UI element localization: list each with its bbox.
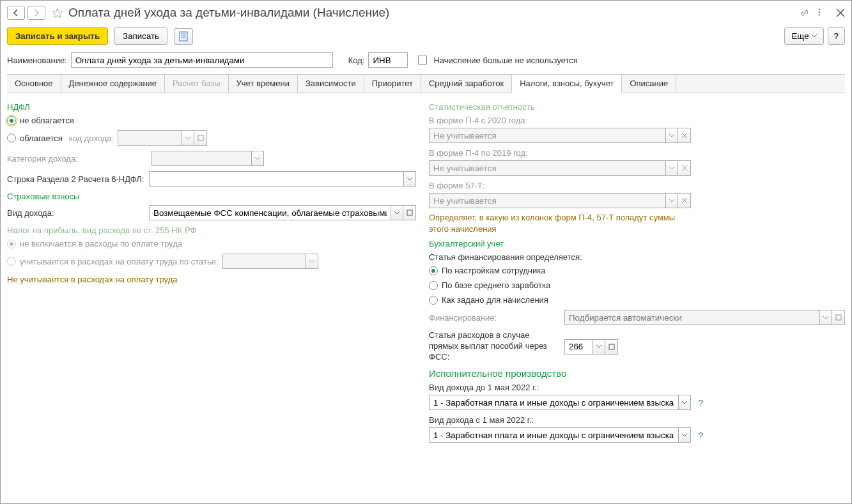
chevron-down-icon: [665, 128, 678, 143]
clear-icon: [678, 193, 691, 208]
category-input: [151, 151, 251, 166]
p4-2019-input: [429, 160, 665, 176]
chevron-down-icon: [665, 193, 678, 208]
code-input[interactable]: [368, 52, 408, 68]
income-after-input[interactable]: [429, 427, 678, 443]
radio-taxed[interactable]: [7, 134, 16, 142]
radio-by-base[interactable]: [429, 281, 438, 290]
svg-rect-8: [407, 210, 412, 215]
code-label: Код:: [348, 56, 365, 65]
name-label: Наименование:: [7, 56, 67, 65]
more-button[interactable]: Еще: [784, 27, 823, 45]
help-link[interactable]: ?: [699, 398, 703, 408]
radio-by-employee[interactable]: [429, 266, 438, 275]
p4-2020-input: [429, 128, 665, 143]
nav-forward-button[interactable]: [27, 6, 45, 20]
favorite-icon[interactable]: [52, 7, 63, 19]
tab-priority[interactable]: Приоритет: [364, 75, 421, 93]
open-icon[interactable]: [605, 339, 618, 355]
chevron-down-icon[interactable]: [678, 427, 691, 443]
svg-rect-10: [609, 344, 614, 349]
radio-not-taxed[interactable]: [7, 116, 16, 125]
clear-icon: [678, 128, 691, 143]
tab-money[interactable]: Денежное содержание: [61, 75, 165, 93]
chevron-down-icon: [665, 160, 678, 176]
save-close-button[interactable]: Записать и закрыть: [7, 27, 108, 45]
open-icon[interactable]: [403, 205, 416, 220]
chevron-down-icon: [182, 130, 194, 146]
save-button[interactable]: Записать: [114, 27, 167, 45]
name-input[interactable]: [71, 52, 333, 68]
svg-point-0: [819, 9, 820, 10]
chevron-down-icon[interactable]: [593, 339, 605, 355]
clear-icon: [678, 160, 691, 176]
tabs: Основное Денежное содержание Расчет базы…: [7, 74, 845, 93]
page-title: Оплата дней ухода за детьми-инвалидами (…: [68, 6, 389, 20]
income-before-input[interactable]: [429, 395, 678, 410]
unused-label: Начисление больше не используется: [433, 56, 577, 65]
tab-time[interactable]: Учет времени: [229, 75, 298, 93]
chevron-down-icon: [306, 254, 318, 269]
fin-input: [564, 310, 819, 325]
nav-back-button[interactable]: [7, 6, 25, 20]
link-icon[interactable]: [800, 8, 809, 17]
report-button[interactable]: [174, 28, 193, 45]
ndfl-title: НДФЛ: [7, 102, 416, 112]
help-button[interactable]: ?: [828, 27, 845, 45]
open-icon: [832, 310, 845, 325]
f57t-input: [429, 193, 665, 208]
radio-as-set[interactable]: [429, 296, 438, 305]
income-code-input: [118, 130, 182, 146]
chevron-down-icon: [251, 151, 264, 166]
chevron-down-icon[interactable]: [678, 395, 691, 410]
tab-avg[interactable]: Средний заработок: [421, 75, 512, 93]
profit-title: Налог на прибыль, вид расхода по ст. 255…: [7, 225, 416, 235]
tab-base: Расчет базы: [165, 75, 229, 93]
chevron-down-icon[interactable]: [403, 171, 416, 187]
open-icon: [194, 130, 207, 146]
tab-desc[interactable]: Описание: [622, 75, 676, 93]
menu-icon[interactable]: [818, 8, 827, 17]
help-link[interactable]: ?: [699, 431, 703, 440]
unused-checkbox[interactable]: [418, 56, 427, 65]
tab-main[interactable]: Основное: [7, 75, 61, 93]
radio-not-included: [7, 240, 16, 248]
close-icon[interactable]: [836, 8, 845, 17]
svg-rect-9: [836, 315, 841, 320]
enf-title: Исполнительное производство: [429, 368, 845, 379]
profit-note: Не учитывается в расходах на оплату труд…: [7, 274, 416, 286]
stat-note: Определяет, в какую из колонок форм П-4,…: [429, 212, 685, 235]
tab-deps[interactable]: Зависимости: [298, 75, 364, 93]
row6-input[interactable]: [149, 171, 403, 187]
acc-title: Бухгалтерский учет: [429, 239, 845, 248]
tab-taxes[interactable]: Налоги, взносы, бухучет: [512, 75, 622, 93]
svg-rect-7: [198, 135, 203, 141]
insurance-title: Страховые взносы: [7, 192, 416, 201]
svg-point-2: [819, 14, 820, 15]
chevron-down-icon[interactable]: [391, 205, 403, 220]
radio-included: [7, 257, 16, 266]
svg-rect-3: [180, 32, 187, 41]
chevron-down-icon: [819, 310, 832, 325]
stat-title: Статистическая отчетность: [429, 102, 845, 112]
svg-point-1: [819, 11, 820, 13]
expense-input[interactable]: [564, 339, 593, 355]
income-type-input[interactable]: [149, 205, 391, 220]
article-input: [222, 254, 306, 269]
